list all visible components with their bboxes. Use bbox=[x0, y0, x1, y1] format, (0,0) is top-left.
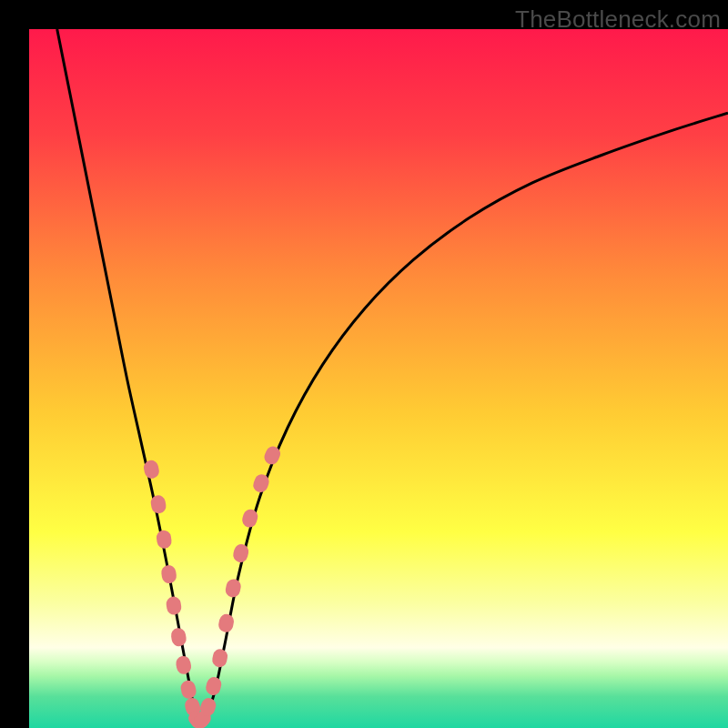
curve-marker bbox=[179, 679, 197, 700]
marker-group bbox=[143, 444, 283, 728]
curve-marker bbox=[217, 612, 235, 633]
curve-marker bbox=[156, 530, 173, 550]
curve-marker bbox=[170, 627, 187, 647]
watermark-text: TheBottleneck.com bbox=[515, 5, 721, 34]
curve-marker bbox=[232, 542, 250, 563]
bottleneck-curve bbox=[57, 29, 728, 725]
curve-marker bbox=[166, 595, 183, 615]
curve-marker bbox=[205, 675, 223, 696]
curve-marker bbox=[211, 648, 229, 669]
curve-layer bbox=[29, 29, 728, 728]
curve-marker bbox=[175, 655, 192, 676]
chart-frame: TheBottleneck.com bbox=[0, 0, 728, 728]
curve-marker bbox=[224, 578, 242, 599]
plot-area bbox=[29, 29, 728, 728]
curve-marker bbox=[160, 564, 177, 584]
